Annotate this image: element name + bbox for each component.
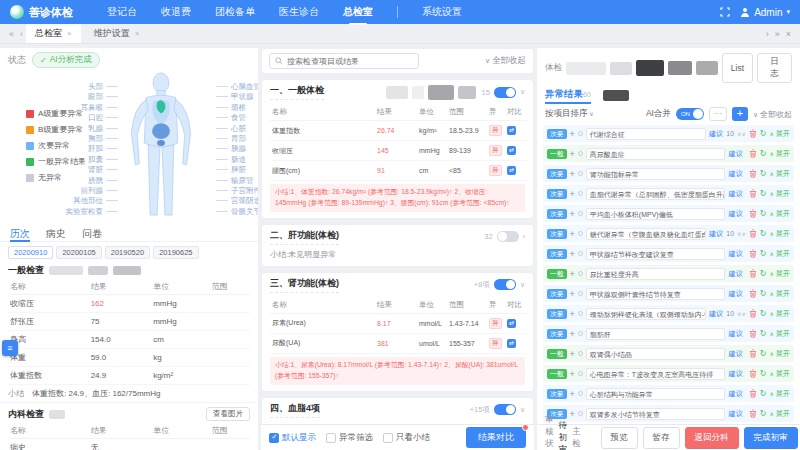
delete-icon[interactable]: [749, 389, 757, 398]
refresh-icon[interactable]: [760, 189, 767, 198]
add-icon[interactable]: [570, 249, 575, 259]
save-draft-button[interactable]: 暂存: [643, 427, 680, 449]
chevron-right-icon[interactable]: ›: [523, 233, 525, 240]
conclusion-text-input[interactable]: 肾功能指标异常: [586, 168, 726, 180]
refresh-icon[interactable]: [760, 229, 767, 238]
add-icon[interactable]: [570, 169, 575, 179]
tab-scroll-left-icon[interactable]: ‹: [20, 29, 23, 39]
compare-icon[interactable]: [507, 339, 516, 348]
delete-icon[interactable]: [749, 349, 757, 358]
drag-handle-icon[interactable]: [578, 231, 583, 236]
body-part-label[interactable]: 眼部: [0, 92, 118, 102]
conclusion-row[interactable]: 一般 双肾偶小结晶 建议 ∧∨ 展开: [543, 345, 794, 362]
list-view-button[interactable]: List: [722, 53, 753, 83]
search-input[interactable]: [287, 57, 413, 66]
add-icon[interactable]: [570, 229, 575, 239]
drag-handle-icon[interactable]: [578, 171, 583, 176]
suggestion-link[interactable]: 建议: [728, 329, 742, 339]
conclusion-row[interactable]: 一般 高尿酸血症 建议 ∧∨ 展开: [543, 145, 794, 162]
body-part-label[interactable]: 头部: [0, 82, 118, 92]
delete-icon[interactable]: [749, 149, 757, 158]
refresh-icon[interactable]: [760, 309, 767, 318]
human-body-figure[interactable]: [118, 72, 204, 220]
body-part-label[interactable]: 心脏: [216, 124, 258, 134]
result-row[interactable]: 尿素(Urea) 8.17 mmol/L 1.43-7.14 异: [270, 313, 527, 333]
body-part-label[interactable]: 胸部: [0, 134, 118, 144]
body-part-label[interactable]: 乳腺: [0, 124, 118, 134]
add-icon[interactable]: [570, 409, 575, 419]
refresh-icon[interactable]: [760, 369, 767, 378]
body-part-label[interactable]: 脾脏: [216, 165, 258, 175]
refresh-icon[interactable]: [760, 209, 767, 218]
conclusion-text-input[interactable]: 双肾偶小结晶: [586, 348, 726, 360]
suggestion-link[interactable]: 建议: [728, 169, 742, 179]
suggestion-link[interactable]: 建议: [728, 149, 742, 159]
add-icon[interactable]: [570, 189, 575, 199]
table-row[interactable]: 收缩压 162 mmHg: [8, 295, 250, 313]
expand-link[interactable]: 展开: [770, 389, 790, 399]
refresh-icon[interactable]: [760, 349, 767, 358]
nav-item[interactable]: 总检室: [343, 5, 373, 19]
workspace-tab[interactable]: 总检室 ×: [26, 24, 81, 43]
body-part-label[interactable]: 肾脏: [0, 165, 118, 175]
conclusion-row[interactable]: 一般 心电图异常：T波改变及左室高电压待排 建议 ∧∨ 展开: [543, 365, 794, 382]
conclusion-row[interactable]: 次要 心脏结构与功能异常 建议 ∧∨ 展开: [543, 385, 794, 402]
body-part-label[interactable]: 胆囊: [0, 155, 118, 165]
drag-handle-icon[interactable]: [578, 131, 583, 136]
conclusion-text-input[interactable]: 双肾多发小结节待复查: [586, 408, 726, 420]
close-icon[interactable]: ×: [67, 29, 72, 38]
drag-handle-icon[interactable]: [578, 371, 583, 376]
preview-button[interactable]: 预览: [601, 427, 638, 449]
conclusion-text-input[interactable]: 心电图异常：T波改变及左室高电压待排: [586, 368, 726, 380]
compare-icon[interactable]: [507, 319, 516, 328]
expand-link[interactable]: 展开: [770, 129, 790, 139]
caret-updown-icon[interactable]: ∧∨: [737, 310, 746, 317]
tab-scroll-end-icon[interactable]: »: [775, 29, 780, 39]
tab-scroll-right-icon[interactable]: ›: [766, 29, 769, 39]
delete-icon[interactable]: [749, 409, 757, 418]
add-icon[interactable]: [570, 349, 575, 359]
filter-checkbox[interactable]: 异常筛选: [326, 432, 373, 444]
conclusion-text-input[interactable]: 颈动脉粥样硬化表现（双侧颈动脉内-中膜增厚及斑块形成待查）: [586, 308, 706, 320]
nav-item[interactable]: 收退费: [161, 5, 191, 19]
section-toggle[interactable]: [494, 279, 516, 290]
collapse-all-link[interactable]: 全部收起: [485, 55, 526, 67]
table-row[interactable]: 体重指数 24.9 kg/m²: [8, 367, 250, 385]
body-part-label[interactable]: 心脑血管: [216, 82, 258, 92]
conclusion-row[interactable]: 次要 甲状腺双侧叶囊性结节待复查 建议 ∧∨ 展开: [543, 285, 794, 302]
expand-link[interactable]: 展开: [770, 329, 790, 339]
compare-icon[interactable]: [507, 146, 516, 155]
suggestion-link[interactable]: 建议: [728, 269, 742, 279]
drag-handle-icon[interactable]: [578, 411, 583, 416]
chevron-down-icon[interactable]: ∨: [520, 406, 525, 414]
drag-handle-icon[interactable]: [578, 191, 583, 196]
tab-close-all-icon[interactable]: ×: [786, 29, 791, 39]
body-part-label[interactable]: 膀胱: [0, 176, 118, 186]
drag-handle-icon[interactable]: [578, 351, 583, 356]
conclusion-text-input[interactable]: 心脏结构与功能异常: [586, 388, 726, 400]
add-conclusion-button[interactable]: [732, 107, 748, 121]
body-part-label[interactable]: 颈椎: [216, 103, 258, 113]
table-row[interactable]: 病史 无: [8, 439, 250, 450]
suggestion-link[interactable]: 建议: [728, 189, 742, 199]
add-icon[interactable]: [570, 369, 575, 379]
drag-handle-icon[interactable]: [578, 331, 583, 336]
result-row[interactable]: 收缩压 145 mmHg 89-139 异: [270, 141, 527, 161]
expand-link[interactable]: 展开: [770, 369, 790, 379]
add-icon[interactable]: [570, 329, 575, 339]
conclusion-row[interactable]: 次要 血脂代谢异常（总胆固醇、低密度脂蛋白升高及高密度脂蛋白降低） 建议 ∧∨ …: [543, 185, 794, 202]
body-part-label[interactable]: 口腔: [0, 113, 118, 123]
body-part-label[interactable]: 甲状腺: [216, 92, 258, 102]
conclusion-row[interactable]: 次要 甲状腺结节样改变建议复查 建议 ∧∨ 展开: [543, 245, 794, 262]
conclusion-row[interactable]: 一般 尿比重轻度升高 建议 ∧∨ 展开: [543, 265, 794, 282]
expand-link[interactable]: 展开: [770, 189, 790, 199]
body-part-label[interactable]: 前列腺: [0, 186, 118, 196]
history-tab[interactable]: 历次: [10, 227, 30, 241]
fullscreen-icon[interactable]: [720, 7, 730, 17]
visit-date-tab[interactable]: 20200105: [56, 246, 101, 259]
body-part-label[interactable]: 胰腺: [216, 144, 258, 154]
result-row[interactable]: 腰围(cm) 91 cm <85 异: [270, 161, 527, 181]
delete-icon[interactable]: [749, 209, 757, 218]
chevron-down-icon[interactable]: ∨: [520, 88, 525, 96]
add-icon[interactable]: [570, 209, 575, 219]
